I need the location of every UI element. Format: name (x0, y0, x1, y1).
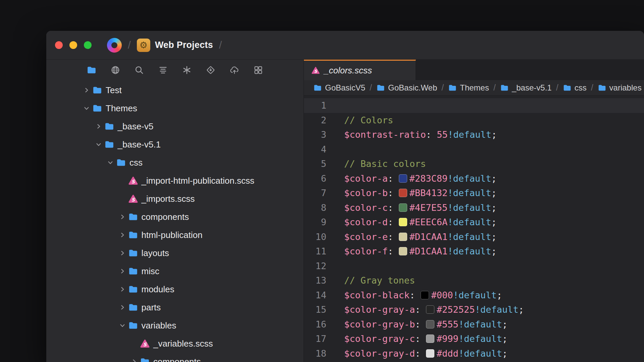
clips-icon[interactable] (206, 65, 216, 75)
tree-item-css[interactable]: css (46, 154, 304, 172)
color-swatch[interactable] (426, 335, 434, 343)
color-swatch[interactable] (399, 189, 407, 197)
token-value: #BB4132 (410, 188, 448, 198)
breadcrumb-item-css[interactable]: css (563, 83, 587, 93)
code-area[interactable]: 12// Colors3$contrast-ratio: 55!default;… (304, 96, 644, 362)
token-value: #252525 (437, 304, 475, 315)
editor-pane: S _colors.scss GoBasicV5/GoBasic.Web/The… (304, 60, 644, 362)
chevron-right-icon[interactable] (118, 249, 127, 257)
chevron-right-icon[interactable] (118, 285, 127, 294)
apps-icon[interactable] (253, 65, 263, 75)
tree-item-variables[interactable]: variables (46, 316, 304, 335)
code-line: 9$color-d: #EEEC6A!default; (304, 215, 644, 230)
code-line: 5// Basic colors (304, 157, 644, 171)
token-value: #ddd (437, 348, 459, 359)
window-body: TestThemes_base-v5_base-v5.1cssS_import-… (46, 60, 644, 362)
chevron-right-icon[interactable] (130, 357, 139, 362)
code-line: 16$color-gray-b: #555!default; (304, 317, 644, 332)
svg-text:S: S (131, 197, 135, 202)
token-flag: !default (448, 129, 491, 140)
tree-item-base-v5-1[interactable]: _base-v5.1 (46, 135, 304, 154)
tree-item-label: layouts (142, 248, 169, 258)
color-swatch[interactable] (399, 247, 407, 255)
color-swatch[interactable] (399, 218, 407, 226)
breadcrumb-label: Themes (460, 83, 489, 93)
token-flag: !default (453, 290, 497, 300)
token-flag: !default (475, 304, 519, 315)
token-punct: : (410, 290, 421, 300)
tree-item-variables-scss[interactable]: S_variables.scss (46, 335, 304, 353)
minimize-button[interactable] (69, 41, 77, 49)
chevron-right-icon[interactable] (118, 303, 127, 312)
chevron-right-icon[interactable] (118, 213, 127, 221)
tree-item-parts[interactable]: parts (46, 298, 304, 316)
tree-item-base-v5[interactable]: _base-v5 (46, 117, 304, 135)
line-number: 3 (304, 129, 326, 140)
tree-item-components[interactable]: components (46, 208, 304, 226)
color-swatch[interactable] (426, 349, 434, 358)
folder-icon (128, 230, 138, 240)
chevron-right-icon[interactable] (94, 122, 103, 131)
chevron-right-icon[interactable] (118, 231, 127, 239)
tree-item-imports-scss[interactable]: S_imports.scss (46, 190, 304, 208)
titlebar[interactable]: / ⚙ Web Projects / (46, 31, 644, 60)
line-content: $color-gray-d: #ddd!default; (326, 348, 507, 359)
color-swatch[interactable] (399, 203, 407, 212)
tree-item-layouts[interactable]: layouts (46, 244, 304, 262)
tree-item-test[interactable]: Test (46, 81, 304, 99)
chevron-down-icon[interactable] (94, 140, 103, 149)
svg-text:S: S (143, 342, 147, 347)
color-swatch[interactable] (421, 291, 429, 299)
chevron-down-icon[interactable] (82, 104, 91, 113)
line-content: // Gray tones (326, 275, 415, 286)
tree-item-modules[interactable]: modules (46, 280, 304, 298)
color-swatch[interactable] (399, 174, 407, 183)
chevron-right-icon[interactable] (82, 86, 91, 95)
sass-file-icon: S (128, 194, 138, 204)
tree-item-components[interactable]: components (46, 353, 304, 362)
symbols-icon[interactable] (158, 65, 168, 75)
color-swatch[interactable] (426, 320, 434, 328)
line-number: 15 (304, 304, 326, 315)
line-number: 13 (304, 275, 326, 286)
publish-icon[interactable] (229, 65, 239, 75)
close-button[interactable] (55, 41, 63, 49)
token-punct: : (388, 217, 399, 227)
chevron-spacer (118, 176, 127, 185)
color-swatch[interactable] (399, 233, 407, 241)
tree-item-label: html-publication (142, 230, 203, 240)
chevron-down-icon[interactable] (118, 321, 127, 330)
chevron-right-icon[interactable] (118, 267, 127, 276)
breadcrumb-item-base-v5-1[interactable]: _base-v5.1 (500, 83, 552, 93)
token-punct: : (415, 334, 426, 344)
token-punct: ; (502, 348, 507, 359)
breadcrumb-item-themes[interactable]: Themes (448, 83, 489, 93)
chevron-down-icon[interactable] (106, 158, 115, 167)
breadcrumb-item-variables[interactable]: variables (598, 83, 642, 93)
folder-icon (598, 83, 606, 92)
chevron-spacer (118, 194, 127, 203)
line-content: $color-gray-c: #999!default; (326, 334, 507, 344)
breadcrumb-item-gobasic-web[interactable]: GoBasic.Web (376, 83, 437, 93)
color-swatch[interactable] (426, 305, 434, 314)
files-icon[interactable] (87, 65, 97, 75)
tree-item-themes[interactable]: Themes (46, 99, 304, 117)
line-number: 8 (304, 202, 326, 213)
folder-icon (128, 302, 138, 312)
tree-item-import-html-publication-scss[interactable]: S_import-html-publication.scss (46, 172, 304, 190)
line-content: // Basic colors (326, 159, 426, 169)
token-punct: : (388, 232, 399, 242)
breadcrumb: GoBasicV5/GoBasic.Web/Themes/_base-v5.1/… (304, 80, 644, 96)
project-gear-icon: ⚙ (137, 39, 150, 52)
zoom-button[interactable] (84, 41, 92, 49)
breadcrumb-item-gobasicv5[interactable]: GoBasicV5 (313, 83, 365, 93)
token-punct: ; (491, 129, 497, 140)
tab-colors-scss[interactable]: S _colors.scss (304, 60, 416, 80)
search-icon[interactable] (134, 65, 144, 75)
extensions-icon[interactable] (182, 65, 192, 75)
tree-item-misc[interactable]: misc (46, 262, 304, 280)
remote-icon[interactable] (110, 65, 120, 75)
tree-item-html-publication[interactable]: html-publication (46, 226, 304, 244)
code-line: 3$contrast-ratio: 55!default; (304, 127, 644, 142)
chevron-spacer (130, 339, 139, 348)
